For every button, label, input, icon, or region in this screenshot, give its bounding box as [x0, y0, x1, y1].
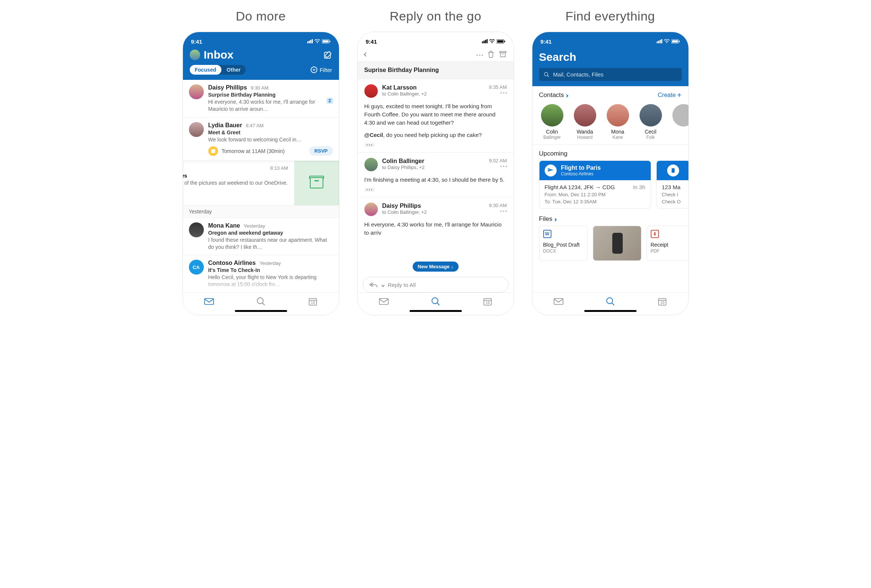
thread-message[interactable]: Colin Ballinger to Daisy Phillips, +2 9:…: [358, 152, 514, 197]
tab-mail[interactable]: [204, 297, 214, 306]
svg-point-7: [257, 298, 263, 304]
cellular-icon: [656, 39, 662, 45]
upcoming-section-title: Upcoming: [532, 145, 688, 160]
avatar: [364, 158, 378, 171]
email-row[interactable]: CA Contoso AirlinesYesterday It's Time T…: [183, 255, 339, 293]
tab-mail[interactable]: [379, 297, 389, 306]
cellular-icon: [482, 39, 488, 45]
svg-rect-10: [497, 40, 503, 43]
compose-icon[interactable]: [323, 50, 332, 59]
wifi-icon: [489, 39, 495, 44]
statusbar: 9:41: [532, 32, 688, 47]
panel-title-1: Do more: [183, 9, 339, 24]
svg-rect-22: [554, 298, 563, 304]
tab-calendar[interactable]: 18: [483, 297, 492, 306]
email-row[interactable]: Daisy Phillips9:30 AM Surprise Birthday …: [183, 80, 339, 118]
avatar: [189, 84, 204, 99]
trash-icon[interactable]: [487, 50, 495, 58]
thread-message[interactable]: Kat Larsson to Colin Ballinger, +2 8:35 …: [358, 79, 514, 152]
svg-rect-11: [504, 41, 505, 42]
files-section-link[interactable]: Files: [532, 209, 688, 226]
phone-search: 9:41 Search Mail, Contacts, Files Contac…: [532, 32, 689, 315]
tab-calendar[interactable]: 18: [308, 297, 318, 306]
status-time: 9:41: [540, 39, 552, 45]
email-row-swiped[interactable]: 8:13 AM ste Burton Bonding Pictures cil,…: [183, 161, 339, 206]
contact-item[interactable]: MonaKane: [605, 104, 631, 140]
file-thumbnail[interactable]: [593, 226, 641, 261]
tab-search[interactable]: [606, 297, 615, 306]
wifi-icon: [314, 39, 320, 44]
contact-item[interactable]: WandaHoward: [572, 104, 598, 140]
expand-quote-icon[interactable]: [364, 143, 374, 147]
file-card[interactable]: W Blog_Post Draft DOCX: [539, 226, 588, 261]
contact-item[interactable]: [670, 104, 688, 140]
create-contact-button[interactable]: Create +: [658, 92, 682, 98]
thread-subject: Suprise Birthday Planning: [358, 61, 514, 79]
contact-item[interactable]: CecilFolk: [638, 104, 664, 140]
panel-title-3: Find everything: [532, 9, 689, 24]
page-title: Inbox: [204, 49, 320, 61]
contacts-section-link[interactable]: Contacts: [539, 91, 568, 99]
home-indicator: [410, 310, 462, 312]
contacts-strip: ColinBallinger WandaHoward MonaKane Ceci…: [532, 104, 688, 145]
archive-icon[interactable]: [499, 50, 507, 58]
statusbar: 9:41: [183, 32, 339, 47]
tab-focused[interactable]: Focused: [190, 65, 222, 75]
filter-button[interactable]: Filter: [311, 66, 332, 73]
tab-calendar[interactable]: 18: [657, 297, 667, 306]
calendar-chip-text: Tomorrow at 11AM (30min): [222, 148, 285, 154]
mention[interactable]: @Cecil: [364, 132, 383, 138]
statusbar: 9:41: [358, 32, 514, 47]
tab-search[interactable]: [431, 297, 440, 306]
battery-icon: [322, 39, 331, 44]
page-title: Search: [539, 51, 682, 63]
upcoming-hotel-card[interactable]: 123 Ma Check I Check O: [656, 160, 688, 209]
svg-point-23: [607, 298, 613, 304]
search-input[interactable]: Mail, Contacts, Files: [539, 68, 682, 81]
tab-search[interactable]: [256, 297, 266, 306]
pdf-file-icon: ⬇: [651, 230, 659, 238]
search-placeholder: Mail, Contacts, Files: [553, 71, 604, 78]
status-time: 9:41: [366, 39, 377, 45]
rsvp-button[interactable]: RSVP: [309, 146, 333, 155]
section-header-yesterday: Yesterday: [183, 206, 339, 218]
reply-placeholder: Reply to All: [388, 282, 416, 288]
calendar-chip-icon: [208, 146, 218, 156]
new-message-pill[interactable]: New Message ↓: [413, 261, 458, 272]
search-icon: [543, 72, 549, 78]
svg-rect-14: [379, 298, 388, 304]
profile-avatar[interactable]: [190, 49, 200, 60]
tab-mail[interactable]: [553, 297, 564, 306]
message-more-icon[interactable]: [489, 210, 507, 212]
avatar: [189, 122, 204, 137]
svg-rect-19: [679, 41, 680, 42]
email-row[interactable]: Lydia Bauer8:47 AM Meet & Greet We look …: [183, 118, 339, 161]
svg-point-20: [544, 72, 548, 76]
wifi-icon: [664, 39, 670, 44]
count-badge: 2: [327, 98, 333, 104]
reply-all-icon[interactable]: [368, 281, 378, 288]
airplane-icon: [545, 164, 557, 176]
back-button[interactable]: [364, 51, 367, 57]
tab-other[interactable]: Other: [221, 65, 245, 75]
message-more-icon[interactable]: [489, 92, 507, 94]
more-icon[interactable]: [476, 52, 483, 56]
avatar: [189, 222, 204, 237]
reply-chevron-icon[interactable]: [382, 281, 384, 288]
inbox-segmented-control: Focused Other: [190, 65, 246, 75]
contact-item[interactable]: ColinBallinger: [539, 104, 565, 140]
upcoming-flight-card[interactable]: Flight to Paris Contoso Airlines Flight …: [539, 160, 651, 209]
word-file-icon: W: [543, 230, 551, 238]
avatar: [364, 203, 378, 216]
reply-bar[interactable]: Reply to All: [363, 277, 509, 293]
expand-quote-icon[interactable]: [364, 188, 374, 192]
avatar: [364, 84, 378, 98]
home-indicator: [235, 310, 287, 312]
thread-message[interactable]: Daisy Phillips to Colin Ballinger, +2 9:…: [358, 197, 514, 242]
archive-swipe-action[interactable]: [294, 161, 339, 205]
file-card[interactable]: ⬇ Receipt PDF: [647, 226, 688, 261]
cellular-icon: [307, 39, 313, 45]
email-row[interactable]: Mona KaneYesterday Oregon and weekend ge…: [183, 218, 339, 255]
home-indicator: [584, 310, 636, 312]
message-more-icon[interactable]: [489, 166, 507, 167]
